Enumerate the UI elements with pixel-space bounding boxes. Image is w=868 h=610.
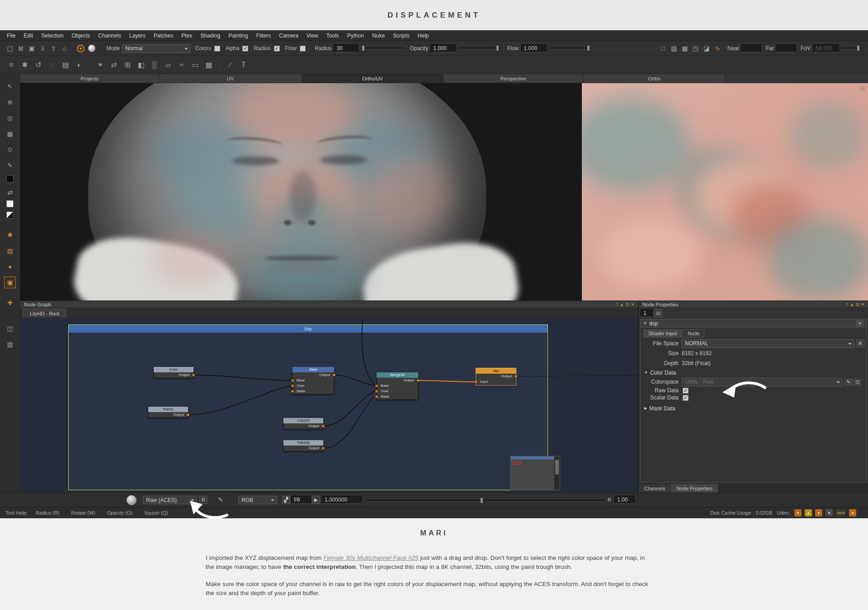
- input-port[interactable]: [475, 380, 477, 383]
- text-tool-icon[interactable]: T: [237, 58, 250, 72]
- menu-layers[interactable]: Layers: [125, 30, 150, 41]
- hdr-badge[interactable]: HDR: [836, 509, 846, 516]
- tab-perspective[interactable]: Perspective: [443, 74, 584, 83]
- list-view-icon[interactable]: ≡: [5, 58, 18, 72]
- memory-status-icon[interactable]: ●: [815, 509, 822, 516]
- flow-slider[interactable]: [549, 47, 591, 49]
- menu-selection[interactable]: Selection: [37, 30, 67, 41]
- alpha-checkbox[interactable]: ✓: [242, 46, 248, 52]
- eraser-tool-icon[interactable]: ▨: [4, 245, 16, 257]
- output-port[interactable]: [333, 374, 335, 376]
- mask-port[interactable]: [375, 395, 378, 398]
- brush-mask-icon[interactable]: ✎: [215, 494, 226, 505]
- radius-slider-handle[interactable]: [362, 45, 365, 51]
- paint-mode-select[interactable]: Normal: [122, 44, 191, 53]
- add-channel-icon[interactable]: ⊞: [121, 58, 134, 72]
- tab-shader-input[interactable]: Shader Input: [643, 329, 682, 338]
- tab-projects[interactable]: Projects: [20, 74, 159, 83]
- lock-count-input[interactable]: 1: [641, 309, 652, 317]
- far-input[interactable]: [776, 44, 796, 52]
- gradient-swatch[interactable]: [6, 211, 14, 219]
- node-color[interactable]: Color Output: [154, 367, 193, 378]
- output-port[interactable]: [322, 447, 325, 450]
- swap-colors-icon[interactable]: ⇄: [4, 187, 16, 198]
- menu-camera[interactable]: Camera: [275, 30, 302, 41]
- colorspace-select[interactable]: Utility - Raw: [682, 378, 843, 386]
- node-graph-canvas[interactable]: Dsp Color Output Paint1 Output: [20, 319, 638, 493]
- colorspace-options-button[interactable]: ⊡: [854, 379, 861, 385]
- panel-help-icon[interactable]: ?: [846, 301, 848, 308]
- minimap-scroll-thumb[interactable]: [555, 460, 559, 474]
- near-input[interactable]: [741, 44, 761, 52]
- foreground-color-swatch[interactable]: [6, 175, 14, 183]
- node-paint26[interactable]: Paint26 Output: [283, 440, 323, 451]
- menu-filters[interactable]: Filters: [252, 30, 275, 41]
- manage-project-icon[interactable]: ⌂: [59, 43, 70, 54]
- menu-nuke[interactable]: Nuke: [368, 30, 389, 41]
- over-port[interactable]: [291, 385, 294, 387]
- mask-data-section[interactable]: ▶ Mask Data: [641, 404, 866, 413]
- flow-checkbox[interactable]: [300, 46, 306, 52]
- menu-painting[interactable]: Painting: [224, 30, 252, 41]
- mask-view-icon[interactable]: ◳: [690, 43, 701, 54]
- fstop-left-button[interactable]: ▞: [282, 496, 290, 504]
- fstop-field[interactable]: f/8: [291, 496, 311, 504]
- radius-slider[interactable]: [361, 47, 402, 49]
- dsp-node-header[interactable]: ▼ dsp ✕: [641, 319, 866, 328]
- tab-node[interactable]: Node: [683, 329, 704, 338]
- paint-colorspace-select[interactable]: Raw (ACES): [143, 496, 197, 504]
- paint-ball-tool-icon[interactable]: ●: [4, 261, 16, 272]
- base-port[interactable]: [291, 379, 294, 382]
- patch-grid-icon[interactable]: ▦: [202, 58, 216, 72]
- channel-display-select[interactable]: RGB: [238, 496, 277, 504]
- panel-collapse-icon[interactable]: ▲: [620, 301, 624, 308]
- wave-falloff-icon[interactable]: ∿: [712, 43, 723, 54]
- menu-shading[interactable]: Shading: [196, 30, 224, 41]
- opacity-slider-handle[interactable]: [496, 45, 499, 51]
- menu-objects[interactable]: Objects: [67, 30, 94, 41]
- node-graph-minimap[interactable]: [510, 456, 560, 490]
- output-port[interactable]: [322, 425, 325, 427]
- menu-python[interactable]: Python: [343, 30, 368, 41]
- menu-help[interactable]: Help: [414, 30, 433, 41]
- brush-tip-preview[interactable]: [88, 45, 95, 52]
- pin-properties-button[interactable]: ⊡: [654, 309, 662, 317]
- flow-input[interactable]: 1.000: [521, 44, 547, 52]
- paint-target-button[interactable]: [77, 45, 85, 52]
- menu-scripts[interactable]: Scripts: [389, 30, 414, 41]
- colorspace-reset-button[interactable]: R: [199, 496, 208, 504]
- marquee-tool-icon[interactable]: ⊕: [4, 96, 16, 108]
- menu-file[interactable]: File: [3, 30, 19, 41]
- raw-data-checkbox[interactable]: ✓: [683, 388, 689, 394]
- menu-patches[interactable]: Patches: [150, 30, 177, 41]
- flow-slider-handle[interactable]: [587, 45, 590, 51]
- towel-icon[interactable]: ▭: [189, 58, 202, 72]
- clear-paint-icon[interactable]: ◌: [45, 58, 59, 72]
- tab-ortho[interactable]: Ortho: [584, 74, 726, 83]
- close-node-button[interactable]: ✕: [856, 320, 863, 327]
- import-icon[interactable]: ⇩: [37, 43, 48, 54]
- minimap-view-rect[interactable]: [514, 461, 521, 465]
- smear-icon[interactable]: ≈: [175, 58, 189, 72]
- fstop-right-button[interactable]: ▶: [312, 496, 320, 504]
- orbit-tool-icon[interactable]: ◎: [4, 112, 16, 124]
- menu-tools[interactable]: Tools: [322, 30, 343, 41]
- opacity-input[interactable]: 1.000: [430, 44, 456, 52]
- swap-projection-icon[interactable]: ⇄: [107, 58, 121, 72]
- panel-collapse-icon[interactable]: ▲: [850, 301, 854, 308]
- node-paint1[interactable]: Paint1 Output: [148, 407, 188, 418]
- uv-view-icon[interactable]: ◫: [4, 323, 16, 334]
- slash-tool-icon[interactable]: ∕: [223, 58, 237, 72]
- panel-help-icon[interactable]: ?: [616, 301, 618, 308]
- gradient-icon[interactable]: ◧: [134, 58, 148, 72]
- node-base[interactable]: Base Output Base Over Mask: [292, 367, 334, 394]
- file-space-select[interactable]: NORMAL: [682, 339, 854, 348]
- colors-checkbox[interactable]: [214, 46, 220, 52]
- panel-close-icon[interactable]: ✕: [631, 301, 634, 308]
- history-icon[interactable]: ↺: [32, 58, 45, 72]
- panel-float-icon[interactable]: ⊡: [626, 301, 629, 308]
- over-port[interactable]: [375, 390, 378, 393]
- perspective-view-icon[interactable]: □: [658, 43, 669, 54]
- checker-view-icon[interactable]: ▦: [679, 43, 690, 54]
- radius-checkbox[interactable]: ✓: [274, 46, 280, 52]
